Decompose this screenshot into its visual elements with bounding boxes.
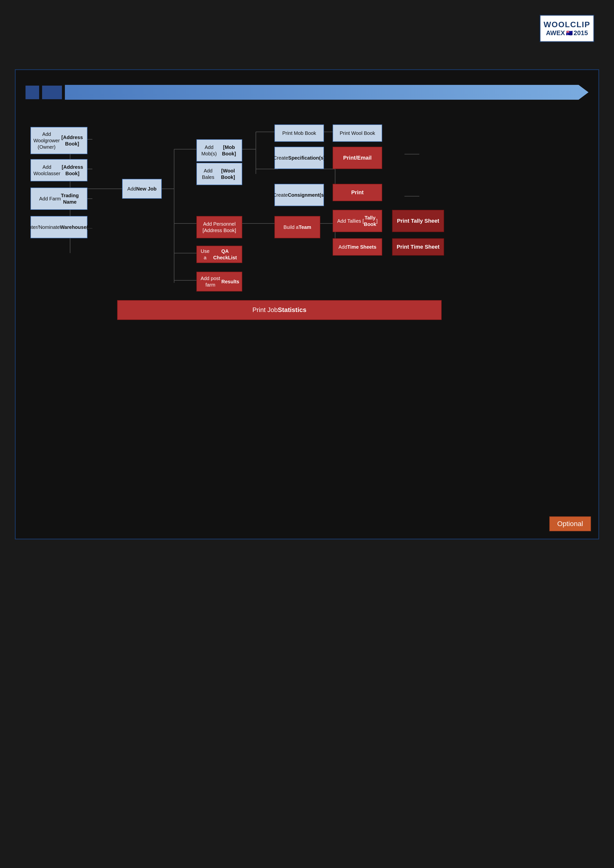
print-consignment-box[interactable]: Print xyxy=(333,184,382,201)
build-team-box[interactable]: Build a Team xyxy=(274,216,320,238)
print-email-box[interactable]: Print/Email xyxy=(333,147,382,169)
logo-line2: AWEX 🇦🇺 2015 xyxy=(546,29,588,37)
logo-box: WOOLCLIP AWEX 🇦🇺 2015 xyxy=(540,15,594,42)
print-tally-sheet-box[interactable]: Print Tally Sheet xyxy=(392,210,444,232)
print-mob-book-box[interactable]: Print Mob Book xyxy=(274,124,324,142)
use-qa-box[interactable]: Use a QA CheckList xyxy=(196,246,242,263)
add-new-job-box[interactable]: Add New Job xyxy=(122,179,162,199)
create-consignment-box[interactable]: CreateConsignment(s) xyxy=(274,184,324,206)
add-time-sheets-box[interactable]: Add Time Sheets xyxy=(333,238,382,256)
add-personnel-box[interactable]: Add Personnel[Address Book] xyxy=(196,216,242,238)
enter-nominate-box[interactable]: Enter/NominateWarehouse(s) xyxy=(31,216,87,238)
add-tallies-box[interactable]: Add Tallies [TallyBook] xyxy=(333,210,382,232)
step-box-2 xyxy=(42,85,62,99)
logo-year: 2015 xyxy=(574,29,588,37)
print-wool-book-box[interactable]: Print Wool Book xyxy=(333,124,382,142)
main-panel: Add Woolgrower(Owner)[Address Book] Add … xyxy=(15,69,599,539)
logo-flag: 🇦🇺 xyxy=(566,30,573,36)
logo-line1: WOOLCLIP xyxy=(544,20,590,29)
add-bales-box[interactable]: Add Bales[Wool Book] xyxy=(196,163,242,185)
flowchart: Add Woolgrower(Owner)[Address Book] Add … xyxy=(25,119,589,519)
add-post-farm-box[interactable]: Add post farmResults xyxy=(196,272,242,291)
progress-arrow xyxy=(65,85,589,100)
step-box-1 xyxy=(25,85,39,99)
add-farm-trading-box[interactable]: Add Farm TradingName xyxy=(31,188,87,210)
optional-badge: Optional xyxy=(549,516,591,531)
print-time-sheet-box[interactable]: Print Time Sheet xyxy=(392,238,444,256)
progress-area xyxy=(25,82,589,102)
add-woolgrower-box[interactable]: Add Woolgrower(Owner)[Address Book] xyxy=(31,127,87,154)
print-job-statistics-box[interactable]: Print Job Statistics xyxy=(117,300,441,320)
add-woolclasser-box[interactable]: Add Woolclasser[Address Book] xyxy=(31,159,87,181)
logo-awex: AWEX xyxy=(546,29,565,37)
create-specifications-box[interactable]: CreateSpecification(s) xyxy=(274,147,324,169)
add-mobs-box[interactable]: Add Mob(s)[Mob Book] xyxy=(196,139,242,161)
